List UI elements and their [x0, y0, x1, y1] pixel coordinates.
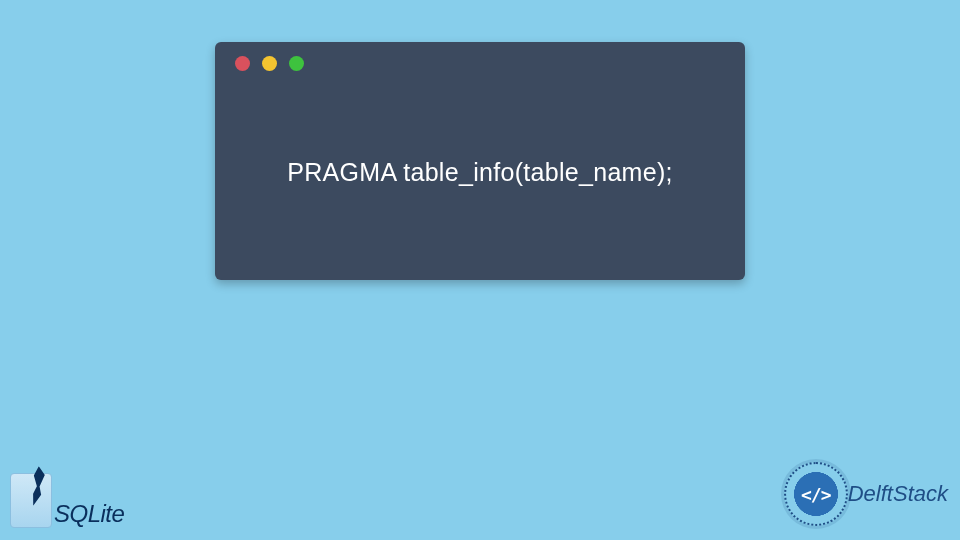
delftstack-mark-icon: </>: [788, 466, 844, 522]
code-body: PRAGMA table_info(table_name);: [215, 84, 745, 280]
sqlite-logo-text: SQLite: [54, 500, 124, 528]
minimize-icon[interactable]: [262, 56, 277, 71]
maximize-icon[interactable]: [289, 56, 304, 71]
close-icon[interactable]: [235, 56, 250, 71]
sqlite-logo: SQLite: [10, 473, 124, 528]
code-window: PRAGMA table_info(table_name);: [215, 42, 745, 280]
window-titlebar: [215, 42, 745, 84]
delftstack-logo-text: DelftStack: [848, 481, 948, 507]
sqlite-box-icon: [10, 473, 52, 528]
code-brackets-icon: </>: [801, 484, 831, 505]
feather-icon: [24, 465, 47, 507]
delftstack-logo: </> DelftStack: [788, 466, 948, 522]
code-snippet: PRAGMA table_info(table_name);: [287, 158, 673, 187]
